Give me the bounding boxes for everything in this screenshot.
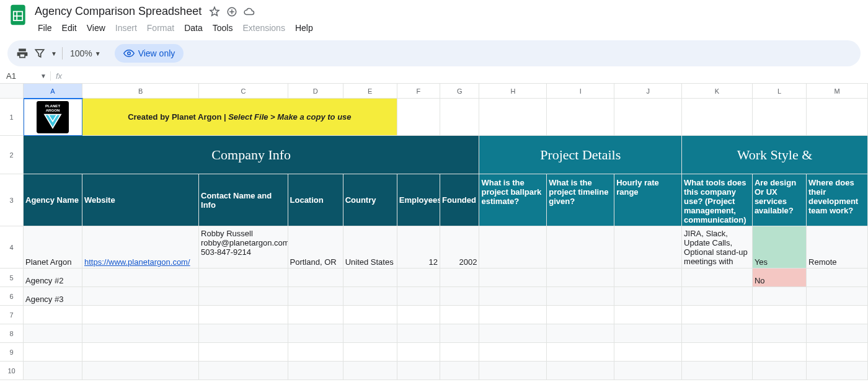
cell[interactable] xyxy=(397,99,440,136)
cell-timeline[interactable] xyxy=(547,269,614,287)
row-header-2[interactable]: 2 xyxy=(0,136,24,174)
col-header-F[interactable]: F xyxy=(397,84,440,99)
row-header-7[interactable]: 7 xyxy=(0,306,24,324)
cell[interactable] xyxy=(753,324,807,343)
cell[interactable] xyxy=(614,343,682,362)
cell-timeline[interactable] xyxy=(547,287,614,306)
col-header-C[interactable]: C xyxy=(199,84,288,99)
cell[interactable] xyxy=(288,306,343,324)
colhdr-A[interactable]: Agency Name xyxy=(24,174,82,226)
row-header-9[interactable]: 9 xyxy=(0,343,24,362)
cell-tools[interactable]: JIRA, Slack, Update Calls, Optional stan… xyxy=(682,226,753,269)
row-header-4[interactable]: 4 xyxy=(0,226,24,269)
cell[interactable] xyxy=(753,306,807,324)
col-header-K[interactable]: K xyxy=(682,84,753,99)
colhdr-D[interactable]: Location xyxy=(288,174,343,226)
cell-tools[interactable] xyxy=(682,269,753,287)
cell[interactable] xyxy=(288,343,343,362)
colhdr-H[interactable]: What is the project ballpark estimate? xyxy=(479,174,547,226)
cell[interactable] xyxy=(682,324,753,343)
row-header-6[interactable]: 6 xyxy=(0,287,24,306)
cell[interactable] xyxy=(82,324,199,343)
cell-contact[interactable]: Robby Russell robby@planetargon.com 503-… xyxy=(199,226,288,269)
cell-website[interactable] xyxy=(82,269,199,287)
cell-employees[interactable] xyxy=(397,269,440,287)
cell[interactable] xyxy=(682,343,753,362)
logo-cell[interactable]: PLANETARGON xyxy=(24,99,82,136)
cell[interactable] xyxy=(479,306,547,324)
cell-remote[interactable] xyxy=(807,287,868,306)
cell-country[interactable]: United States xyxy=(343,226,397,269)
cell-founded[interactable]: 2002 xyxy=(440,226,479,269)
colhdr-F[interactable]: Employees xyxy=(397,174,440,226)
cell[interactable] xyxy=(440,324,479,343)
colhdr-I[interactable]: What is the project timeline given? xyxy=(547,174,614,226)
cell-location[interactable]: Portland, OR xyxy=(288,226,343,269)
cell[interactable] xyxy=(24,324,82,343)
cell[interactable] xyxy=(614,324,682,343)
menu-edit[interactable]: Edit xyxy=(58,20,81,35)
cell-location[interactable] xyxy=(288,287,343,306)
col-header-E[interactable]: E xyxy=(343,84,397,99)
row-header-3[interactable]: 3 xyxy=(0,174,24,226)
cell-remote[interactable]: Remote xyxy=(807,226,868,269)
cell-design[interactable]: Yes xyxy=(753,226,807,269)
cell[interactable] xyxy=(479,99,547,136)
cell[interactable] xyxy=(614,99,682,136)
col-header-B[interactable]: B xyxy=(82,84,199,99)
cell[interactable] xyxy=(807,324,868,343)
cell-founded[interactable] xyxy=(440,269,479,287)
cell-timeline[interactable] xyxy=(547,226,614,269)
star-icon[interactable] xyxy=(209,6,220,17)
website-link[interactable]: https://www.planetargon.com/ xyxy=(84,257,190,267)
cell[interactable] xyxy=(397,343,440,362)
cell-rate[interactable] xyxy=(614,287,682,306)
cell[interactable] xyxy=(82,306,199,324)
doc-title[interactable]: Agency Comparison Spreadsheet xyxy=(33,4,203,19)
cell[interactable] xyxy=(343,362,397,380)
col-header-L[interactable]: L xyxy=(753,84,807,99)
section-project[interactable]: Project Details xyxy=(479,136,682,174)
col-header-A[interactable]: A xyxy=(24,84,82,99)
cell[interactable] xyxy=(807,99,868,136)
cell-design[interactable] xyxy=(753,287,807,306)
colhdr-B[interactable]: Website xyxy=(82,174,199,226)
cell-remote[interactable] xyxy=(807,269,868,287)
cell[interactable] xyxy=(343,324,397,343)
cell[interactable] xyxy=(547,99,614,136)
filter-icon[interactable] xyxy=(33,47,46,60)
menu-file[interactable]: File xyxy=(33,20,56,35)
cell[interactable] xyxy=(682,99,753,136)
menu-help[interactable]: Help xyxy=(291,20,317,35)
cell[interactable] xyxy=(343,343,397,362)
menu-insert[interactable]: Insert xyxy=(111,20,141,35)
cell[interactable] xyxy=(288,362,343,380)
cell[interactable] xyxy=(82,343,199,362)
cell[interactable] xyxy=(682,362,753,380)
section-work[interactable]: Work Style & xyxy=(682,136,868,174)
cell[interactable] xyxy=(614,306,682,324)
formula-input[interactable] xyxy=(66,69,868,83)
menu-view[interactable]: View xyxy=(82,20,110,35)
cell-contact[interactable] xyxy=(199,269,288,287)
col-header-G[interactable]: G xyxy=(440,84,479,99)
cell[interactable] xyxy=(397,324,440,343)
cell-location[interactable] xyxy=(288,269,343,287)
cell[interactable] xyxy=(24,306,82,324)
cell-website[interactable] xyxy=(82,287,199,306)
cell[interactable] xyxy=(479,362,547,380)
col-header-H[interactable]: H xyxy=(479,84,547,99)
banner-cell[interactable]: Created by Planet Argon | Select File > … xyxy=(82,99,397,136)
cell[interactable] xyxy=(614,362,682,380)
col-header-M[interactable]: M xyxy=(807,84,868,99)
cell-agency[interactable]: Planet Argon xyxy=(24,226,82,269)
cell[interactable] xyxy=(397,306,440,324)
print-icon[interactable] xyxy=(16,47,29,60)
cell[interactable] xyxy=(24,362,82,380)
cell[interactable] xyxy=(547,362,614,380)
colhdr-G[interactable]: Founded xyxy=(440,174,479,226)
col-header-D[interactable]: D xyxy=(288,84,343,99)
cell-website[interactable]: https://www.planetargon.com/ xyxy=(82,226,199,269)
colhdr-E[interactable]: Country xyxy=(343,174,397,226)
menu-format[interactable]: Format xyxy=(143,20,179,35)
